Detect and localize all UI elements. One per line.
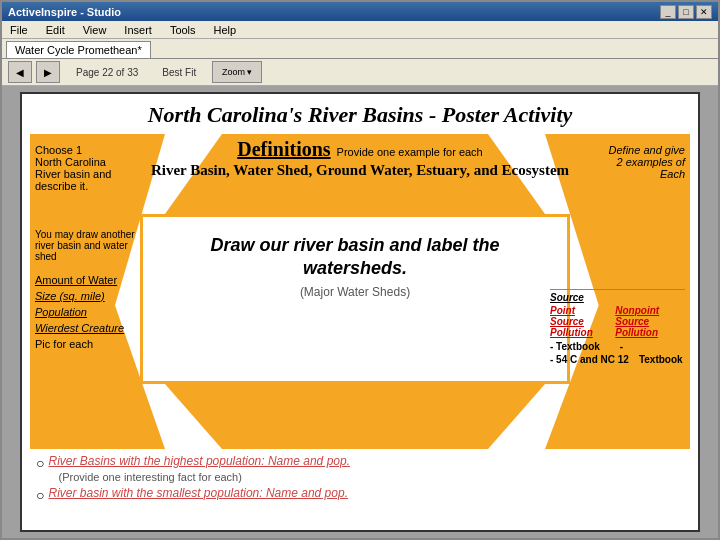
bullet-2: ○ bbox=[36, 486, 44, 504]
center-draw-text: Draw our river basin and label the water… bbox=[145, 222, 565, 311]
minimize-button[interactable]: _ bbox=[660, 5, 676, 19]
poster-inner: Definitions Provide one example for each… bbox=[30, 134, 690, 504]
menu-bar: File Edit View Insert Tools Help bbox=[2, 21, 718, 39]
poster-title: North Carolina's River Basins - Poster A… bbox=[30, 102, 690, 128]
draw-main-text: Draw our river basin and label the water… bbox=[157, 234, 553, 281]
orange-bc bbox=[165, 384, 545, 449]
wierdest-creature: Wierdest Creature bbox=[35, 322, 155, 334]
content-area: North Carolina's River Basins - Poster A… bbox=[2, 86, 718, 538]
textbook2-ref: Textbook bbox=[639, 354, 683, 365]
bottom-item-1: ○ River Basins with the highest populati… bbox=[36, 454, 684, 484]
menu-insert[interactable]: Insert bbox=[120, 24, 156, 36]
app-window: ActiveInspire - Studio _ □ ✕ File Edit V… bbox=[0, 0, 720, 540]
menu-edit[interactable]: Edit bbox=[42, 24, 69, 36]
source-box: Source Point Source Pollution Nonpoint S… bbox=[550, 289, 685, 365]
poster: North Carolina's River Basins - Poster A… bbox=[20, 92, 700, 532]
population: Population bbox=[35, 306, 155, 318]
nonpoint-source: Nonpoint Source Pollution bbox=[615, 305, 685, 338]
page-counter: Page 22 of 33 bbox=[76, 67, 138, 78]
nc-ref: - 54 C and NC 12 bbox=[550, 354, 629, 365]
menu-help[interactable]: Help bbox=[210, 24, 241, 36]
you-may-text: You may draw another river basin and wat… bbox=[35, 229, 135, 262]
title-bar: ActiveInspire - Studio _ □ ✕ bbox=[2, 2, 718, 21]
size-sq-mile: Size (sq. mile) bbox=[35, 290, 155, 302]
left-bottom-items: Amount of Water Size (sq. mile) Populati… bbox=[35, 274, 155, 350]
right-top-text: Define and give 2 examples of Each bbox=[550, 144, 685, 180]
menu-file[interactable]: File bbox=[6, 24, 32, 36]
menu-tools[interactable]: Tools bbox=[166, 24, 200, 36]
window-controls: _ □ ✕ bbox=[660, 5, 712, 19]
you-may-label: You may draw another river basin and wat… bbox=[35, 229, 135, 262]
menu-view[interactable]: View bbox=[79, 24, 111, 36]
bottom-item-2: ○ River basin with the smallest populati… bbox=[36, 486, 684, 504]
define-line3: Each bbox=[550, 168, 685, 180]
bullet-1: ○ bbox=[36, 454, 44, 472]
choose-line4: describe it. bbox=[35, 180, 155, 192]
amount-water: Amount of Water bbox=[35, 274, 155, 286]
left-top-text: Choose 1 North Carolina River basin and … bbox=[35, 144, 155, 192]
draw-sub-text: (Major Water Sheds) bbox=[157, 285, 553, 299]
define-line2: 2 examples of bbox=[550, 156, 685, 168]
toolbar: ◀ ▶ Page 22 of 33 Best Fit Zoom ▾ bbox=[2, 59, 718, 86]
tab-bar: Water Cycle Promethean* bbox=[2, 39, 718, 59]
fit-label: Best Fit bbox=[162, 67, 196, 78]
river-basin-smallest: River basin with the smallest population… bbox=[48, 486, 348, 502]
choose-line3: River basin and bbox=[35, 168, 155, 180]
zoom-button[interactable]: Zoom ▾ bbox=[212, 61, 262, 83]
interesting-fact: (Provide one interesting fact for each) bbox=[48, 470, 350, 484]
tab-water-cycle[interactable]: Water Cycle Promethean* bbox=[6, 41, 151, 58]
definitions-area: Definitions Provide one example for each… bbox=[151, 138, 569, 181]
river-basin-heading: River Basin, Water Shed, Ground Water, E… bbox=[151, 161, 569, 181]
dash-ref: - bbox=[620, 341, 623, 352]
choose-line1: Choose 1 bbox=[35, 144, 155, 156]
toolbar-left: ◀ ▶ bbox=[8, 61, 60, 83]
pic-for-each: Pic for each bbox=[35, 338, 155, 350]
definitions-title: Definitions bbox=[237, 138, 330, 161]
close-button[interactable]: ✕ bbox=[696, 5, 712, 19]
nav-prev-button[interactable]: ◀ bbox=[8, 61, 32, 83]
choose-line2: North Carolina bbox=[35, 156, 155, 168]
maximize-button[interactable]: □ bbox=[678, 5, 694, 19]
nav-next-button[interactable]: ▶ bbox=[36, 61, 60, 83]
define-line1: Define and give bbox=[550, 144, 685, 156]
textbook-ref: - Textbook bbox=[550, 341, 600, 352]
window-title: ActiveInspire - Studio bbox=[8, 6, 121, 18]
river-basins-highest: River Basins with the highest population… bbox=[48, 454, 350, 468]
provide-text: Provide one example for each bbox=[337, 146, 483, 158]
bottom-list: ○ River Basins with the highest populati… bbox=[30, 454, 690, 504]
